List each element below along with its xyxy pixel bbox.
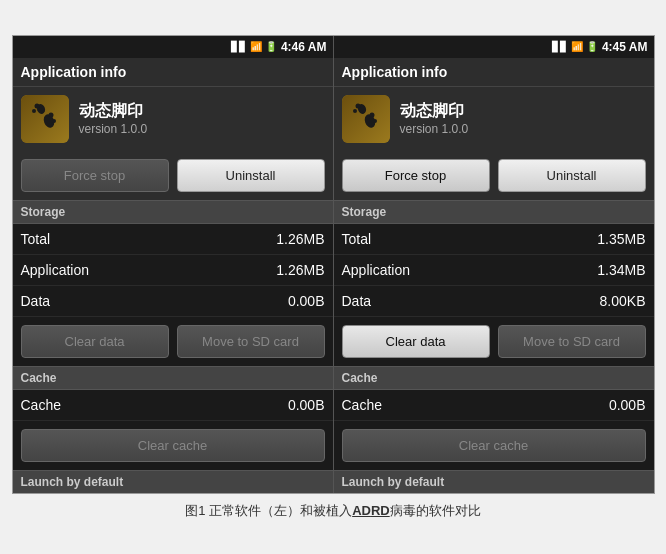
left-total-value: 1.26MB [276, 231, 324, 247]
right-app-name: 动态脚印 [400, 101, 646, 122]
right-phone-screen: ▊▊ 📶 🔋 4:45 AM Application info [334, 36, 654, 493]
right-application-label: Application [342, 262, 411, 278]
left-app-version: version 1.0.0 [79, 122, 325, 136]
left-total-row: Total 1.26MB [13, 224, 333, 255]
right-force-stop-button[interactable]: Force stop [342, 159, 490, 192]
left-phone-screen: ▊▊ 📶 🔋 4:46 AM Application info [13, 36, 333, 493]
left-application-value: 1.26MB [276, 262, 324, 278]
right-time: 4:45 AM [602, 40, 648, 54]
svg-point-9 [353, 109, 357, 113]
left-action-buttons: Force stop Uninstall [13, 151, 333, 200]
left-app-text: 动态脚印 version 1.0.0 [79, 101, 325, 136]
left-status-icons: ▊▊ 📶 🔋 [231, 41, 277, 52]
caption-text1: 图1 正常软件（左）和被植入 [185, 503, 352, 518]
right-cache-value: 0.00B [609, 397, 646, 413]
svg-point-3 [32, 109, 36, 113]
footprint-svg [27, 101, 63, 137]
left-cache-value: 0.00B [288, 397, 325, 413]
right-battery-icon: 🔋 [586, 41, 598, 52]
right-storage-header: Storage [334, 200, 654, 224]
left-clear-cache-row: Clear cache [13, 421, 333, 470]
svg-point-8 [355, 103, 360, 108]
left-force-stop-button[interactable]: Force stop [21, 159, 169, 192]
left-launch-header: Launch by default [13, 470, 333, 493]
right-status-bar: ▊▊ 📶 🔋 4:45 AM [334, 36, 654, 58]
left-cache-section-header: Cache [13, 366, 333, 390]
svg-point-4 [48, 112, 53, 117]
right-total-label: Total [342, 231, 372, 247]
left-total-label: Total [21, 231, 51, 247]
right-application-value: 1.34MB [597, 262, 645, 278]
left-data-value: 0.00B [288, 293, 325, 309]
right-cache-section-header: Cache [334, 366, 654, 390]
left-app-icon [21, 95, 69, 143]
right-launch-header: Launch by default [334, 470, 654, 493]
battery-icon: 🔋 [265, 41, 277, 52]
right-data-row: Data 8.00KB [334, 286, 654, 317]
svg-point-5 [52, 119, 56, 123]
right-app-icon [342, 95, 390, 143]
right-data-value: 8.00KB [600, 293, 646, 309]
signal-icon: ▊▊ [231, 41, 247, 52]
right-move-sd-button[interactable]: Move to SD card [498, 325, 646, 358]
left-time: 4:46 AM [281, 40, 327, 54]
left-application-label: Application [21, 262, 90, 278]
left-app-info-row: 动态脚印 version 1.0.0 [13, 87, 333, 151]
right-clear-cache-button[interactable]: Clear cache [342, 429, 646, 462]
left-status-bar: ▊▊ 📶 🔋 4:46 AM [13, 36, 333, 58]
right-application-row: Application 1.34MB [334, 255, 654, 286]
right-data-label: Data [342, 293, 372, 309]
right-signal-icon: ▊▊ [552, 41, 568, 52]
right-app-version: version 1.0.0 [400, 122, 646, 136]
left-clear-cache-button[interactable]: Clear cache [21, 429, 325, 462]
right-clear-cache-row: Clear cache [334, 421, 654, 470]
left-uninstall-button[interactable]: Uninstall [177, 159, 325, 192]
left-cache-label: Cache [21, 397, 61, 413]
svg-point-2 [34, 103, 39, 108]
left-data-label: Data [21, 293, 51, 309]
caption-highlight-rd: RD [371, 503, 390, 518]
right-app-text: 动态脚印 version 1.0.0 [400, 101, 646, 136]
right-uninstall-button[interactable]: Uninstall [498, 159, 646, 192]
svg-point-11 [373, 119, 377, 123]
svg-point-10 [369, 112, 374, 117]
right-status-icons: ▊▊ 📶 🔋 [552, 41, 598, 52]
main-container: ▊▊ 📶 🔋 4:46 AM Application info [12, 35, 655, 520]
left-storage-header: Storage [13, 200, 333, 224]
figure-caption: 图1 正常软件（左）和被植入ADRD病毒的软件对比 [185, 502, 480, 520]
right-cache-label: Cache [342, 397, 382, 413]
wifi-icon: 📶 [250, 41, 262, 52]
right-clear-data-button[interactable]: Clear data [342, 325, 490, 358]
left-app-header: Application info [13, 58, 333, 87]
left-storage-buttons: Clear data Move to SD card [13, 317, 333, 366]
left-move-sd-button[interactable]: Move to SD card [177, 325, 325, 358]
caption-highlight-ad: AD [352, 503, 371, 518]
screenshots-container: ▊▊ 📶 🔋 4:46 AM Application info [12, 35, 655, 494]
left-clear-data-button[interactable]: Clear data [21, 325, 169, 358]
left-cache-row: Cache 0.00B [13, 390, 333, 421]
right-action-buttons: Force stop Uninstall [334, 151, 654, 200]
right-total-value: 1.35MB [597, 231, 645, 247]
right-app-header: Application info [334, 58, 654, 87]
caption-text2: 病毒的软件对比 [390, 503, 481, 518]
right-app-info-row: 动态脚印 version 1.0.0 [334, 87, 654, 151]
left-data-row: Data 0.00B [13, 286, 333, 317]
right-cache-row: Cache 0.00B [334, 390, 654, 421]
right-footprint-svg [348, 101, 384, 137]
right-wifi-icon: 📶 [571, 41, 583, 52]
left-application-row: Application 1.26MB [13, 255, 333, 286]
left-app-name: 动态脚印 [79, 101, 325, 122]
right-storage-buttons: Clear data Move to SD card [334, 317, 654, 366]
right-total-row: Total 1.35MB [334, 224, 654, 255]
